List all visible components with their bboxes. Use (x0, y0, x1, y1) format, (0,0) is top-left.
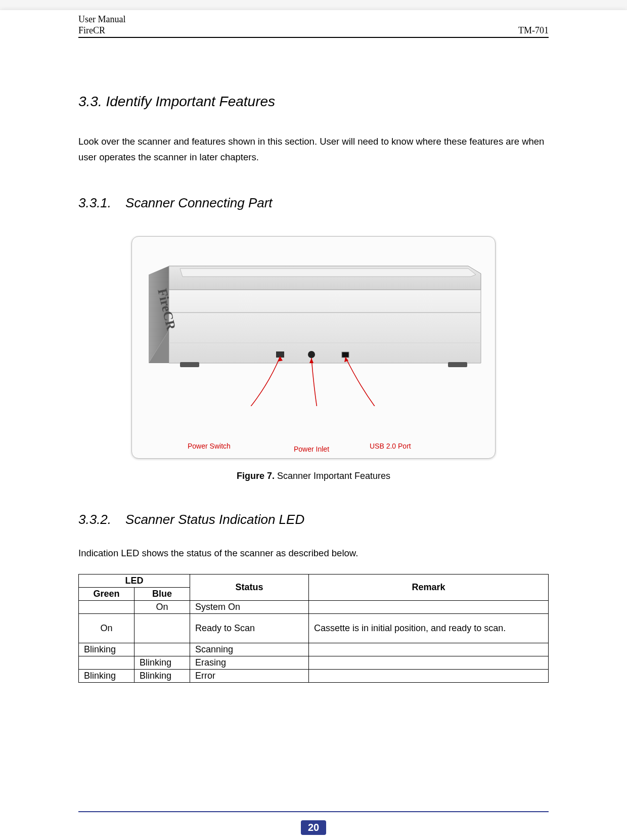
scanner-illustration: FireCR (145, 264, 483, 406)
table-row: Blinking Blinking Error (79, 670, 549, 683)
table-row: On System On (79, 601, 549, 614)
callout-power-inlet: Power Inlet (294, 445, 329, 453)
svg-rect-12 (342, 352, 349, 358)
cell-status: Ready to Scan (190, 614, 309, 643)
content-area: 3.3. Identify Important Features Look ov… (78, 38, 549, 683)
callout-usb-port: USB 2.0 Port (370, 442, 411, 450)
page-number: 20 (301, 820, 326, 835)
svg-rect-7 (180, 362, 199, 367)
table-row: Blinking Erasing (79, 656, 549, 670)
subsection-1-heading: 3.3.1.Scanner Connecting Part (78, 195, 549, 211)
cell-remark (309, 643, 549, 656)
svg-marker-2 (180, 269, 476, 277)
cell-remark (309, 656, 549, 670)
figure-caption: Figure 7. Scanner Important Features (78, 471, 549, 481)
subsection-1-title: Scanner Connecting Part (125, 195, 273, 210)
subsection-2-heading: 3.3.2.Scanner Status Indication LED (78, 512, 549, 527)
cell-green (79, 601, 135, 614)
th-led: LED (79, 574, 190, 588)
svg-rect-8 (448, 362, 467, 367)
footer-rule (78, 811, 549, 812)
table-row: On Ready to Scan Cassette is in initial … (79, 614, 549, 643)
header-product: FireCR (78, 25, 105, 36)
figure-container: FireCR Power Switch Power Inlet USB 2.0 … (78, 236, 549, 481)
subsection-1-num: 3.3.1. (78, 195, 111, 211)
table-row: Blinking Scanning (79, 643, 549, 656)
subsection-2-title: Scanner Status Indication LED (125, 512, 304, 527)
header-row: FireCR TM-701 (78, 25, 549, 38)
callout-power-switch: Power Switch (188, 442, 231, 450)
th-green: Green (79, 588, 135, 601)
page-footer: 20 (0, 820, 627, 835)
cell-status: System On (190, 601, 309, 614)
cell-blue: Blinking (135, 656, 190, 670)
th-remark: Remark (309, 574, 549, 601)
led-table: LED Status Remark Green Blue On System O… (78, 574, 549, 683)
table-header-row-1: LED Status Remark (79, 574, 549, 588)
subsection-2-intro: Indication LED shows the status of the s… (78, 548, 549, 559)
th-status: Status (190, 574, 309, 601)
cell-remark (309, 601, 549, 614)
cell-green: Blinking (79, 643, 135, 656)
cell-remark (309, 670, 549, 683)
figure-caption-bold: Figure 7. (237, 471, 275, 481)
cell-blue: On (135, 601, 190, 614)
cell-green: Blinking (79, 670, 135, 683)
cell-status: Error (190, 670, 309, 683)
cell-remark: Cassette is in initial position, and rea… (309, 614, 549, 643)
cell-green: On (79, 614, 135, 643)
cell-status: Erasing (190, 656, 309, 670)
th-blue: Blue (135, 588, 190, 601)
cell-green (79, 656, 135, 670)
subsection-2-num: 3.3.2. (78, 512, 111, 527)
page-header: User Manual FireCR TM-701 (78, 10, 549, 38)
cell-blue (135, 614, 190, 643)
page: User Manual FireCR TM-701 3.3. Identify … (0, 10, 627, 840)
figure-caption-text: Scanner Important Features (275, 471, 390, 481)
section-heading: 3.3. Identify Important Features (78, 94, 549, 110)
cell-blue: Blinking (135, 670, 190, 683)
svg-point-11 (308, 351, 315, 358)
header-doc-type: User Manual (78, 14, 549, 25)
svg-marker-3 (169, 290, 481, 363)
cell-status: Scanning (190, 643, 309, 656)
section-intro: Look over the scanner and features shown… (78, 134, 549, 165)
header-doc-code: TM-701 (518, 25, 549, 36)
cell-blue (135, 643, 190, 656)
scanner-figure: FireCR Power Switch Power Inlet USB 2.0 … (131, 236, 496, 459)
